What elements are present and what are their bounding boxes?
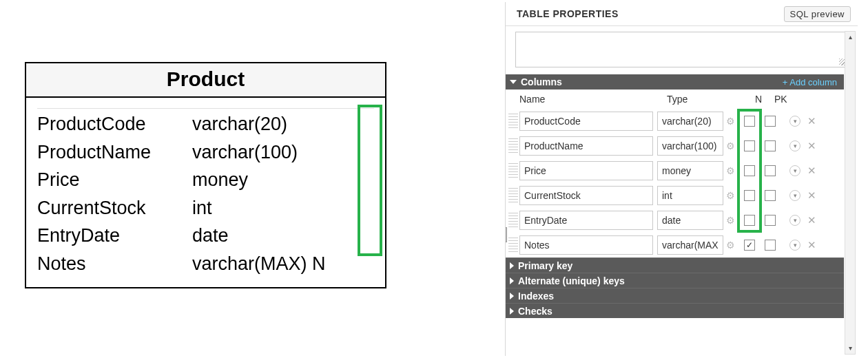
- er-col-name: ProductName: [37, 138, 192, 167]
- er-col-type: money: [192, 166, 374, 194]
- delete-column-icon[interactable]: ✕: [807, 140, 816, 152]
- properties-panel: TABLE PROPERTIES SQL preview Columns + A…: [505, 2, 858, 356]
- pk-checkbox[interactable]: [765, 116, 776, 127]
- sql-preview-button[interactable]: SQL preview: [784, 6, 851, 22]
- chevron-right-icon: [510, 308, 514, 315]
- indexes-section[interactable]: Indexes: [506, 288, 844, 303]
- column-row: ⚙▾✕: [506, 183, 858, 208]
- column-type-input[interactable]: [657, 235, 723, 255]
- column-row: ⚙▾✕: [506, 109, 858, 134]
- gear-icon[interactable]: ⚙: [725, 140, 736, 151]
- er-col-type: varchar(20): [192, 110, 374, 138]
- column-type-input[interactable]: [657, 161, 723, 180]
- er-col-name: ProductCode: [37, 110, 192, 138]
- drag-handle-icon[interactable]: [508, 238, 518, 253]
- er-table-box[interactable]: Product ProductCodevarchar(20) ProductNa…: [25, 62, 386, 288]
- gear-icon[interactable]: ⚙: [725, 165, 736, 176]
- collapsed-sections: Primary key Alternate (unique) keys Inde…: [506, 257, 844, 318]
- nullable-checkbox[interactable]: [744, 240, 755, 251]
- more-options-icon[interactable]: ▾: [789, 190, 800, 201]
- drag-handle-icon[interactable]: [508, 163, 518, 178]
- nullable-checkbox[interactable]: [744, 165, 755, 176]
- column-name-input[interactable]: [519, 136, 653, 156]
- gear-icon[interactable]: ⚙: [725, 215, 736, 226]
- more-options-icon[interactable]: ▾: [789, 215, 800, 226]
- column-name-input[interactable]: [519, 112, 653, 131]
- drag-handle-icon[interactable]: [508, 213, 518, 228]
- er-col-type: varchar(MAX) N: [192, 250, 374, 278]
- header-nullable: N: [755, 94, 774, 105]
- drag-handle-icon[interactable]: [508, 138, 518, 154]
- er-col-name: Price: [37, 166, 192, 194]
- er-partial-row-indicator: [37, 102, 374, 109]
- column-row: ⚙▾✕: [506, 158, 858, 183]
- more-options-icon[interactable]: ▾: [789, 165, 800, 176]
- er-col-name: CurrentStock: [37, 194, 192, 222]
- more-options-icon[interactable]: ▾: [789, 116, 800, 127]
- pk-checkbox[interactable]: [765, 140, 776, 151]
- drag-handle-icon[interactable]: [508, 188, 518, 203]
- header-name: Name: [519, 94, 667, 105]
- er-row: Notesvarchar(MAX) N: [37, 250, 374, 278]
- column-name-input[interactable]: [519, 161, 653, 180]
- more-options-icon[interactable]: ▾: [789, 240, 800, 251]
- more-options-icon[interactable]: ▾: [789, 140, 800, 151]
- section-label: Primary key: [518, 260, 572, 271]
- scroll-down-icon[interactable]: ▾: [845, 343, 855, 354]
- column-type-input[interactable]: [657, 186, 723, 205]
- column-row: ⚙▾✕: [506, 208, 858, 233]
- header-pk: PK: [774, 94, 794, 105]
- columns-grid-header: Name Type N PK: [506, 90, 858, 109]
- chevron-right-icon: [510, 293, 514, 299]
- alternate-keys-section[interactable]: Alternate (unique) keys: [506, 273, 844, 288]
- delete-column-icon[interactable]: ✕: [807, 165, 816, 177]
- gear-icon[interactable]: ⚙: [725, 116, 736, 127]
- checks-section[interactable]: Checks: [506, 303, 844, 318]
- pk-checkbox[interactable]: [765, 165, 776, 176]
- nullable-checkbox[interactable]: [744, 140, 755, 151]
- primary-key-section[interactable]: Primary key: [506, 257, 844, 273]
- er-col-name: EntryDate: [37, 222, 192, 250]
- delete-column-icon[interactable]: ✕: [807, 115, 816, 127]
- column-type-input[interactable]: [657, 211, 723, 230]
- add-column-button[interactable]: + Add column: [783, 77, 837, 87]
- chevron-right-icon: [510, 262, 514, 269]
- drag-handle-icon[interactable]: [508, 114, 518, 129]
- column-row: ⚙▾✕: [506, 233, 858, 257]
- er-row: ProductNamevarchar(100): [37, 138, 374, 167]
- gear-icon[interactable]: ⚙: [725, 190, 736, 201]
- delete-column-icon[interactable]: ✕: [807, 189, 816, 202]
- scroll-up-icon[interactable]: ▴: [845, 32, 855, 43]
- nullable-checkbox[interactable]: [744, 116, 755, 127]
- column-name-input[interactable]: [519, 235, 653, 255]
- er-col-name: Notes: [37, 250, 192, 278]
- column-row: ⚙▾✕: [506, 134, 858, 158]
- section-label: Indexes: [518, 291, 554, 302]
- er-row: CurrentStockint: [37, 194, 374, 222]
- nullable-checkbox[interactable]: [744, 215, 755, 226]
- er-col-type: varchar(100): [192, 138, 374, 167]
- er-col-type: date: [192, 222, 374, 250]
- er-row: Pricemoney: [37, 166, 374, 194]
- pk-checkbox[interactable]: [765, 190, 776, 201]
- pk-checkbox[interactable]: [765, 240, 776, 251]
- columns-section-header[interactable]: Columns + Add column: [506, 74, 844, 90]
- column-type-input[interactable]: [657, 112, 723, 131]
- highlight-nullable-column: [358, 105, 382, 256]
- column-name-input[interactable]: [519, 211, 653, 230]
- chevron-down-icon: [510, 80, 517, 84]
- columns-grid-body: ⚙▾✕⚙▾✕⚙▾✕⚙▾✕⚙▾✕⚙▾✕: [506, 109, 858, 257]
- section-label: Alternate (unique) keys: [518, 275, 625, 286]
- description-textarea[interactable]: [515, 32, 848, 67]
- delete-column-icon[interactable]: ✕: [807, 214, 816, 227]
- er-row: ProductCodevarchar(20): [37, 110, 374, 138]
- pk-checkbox[interactable]: [765, 215, 776, 226]
- vertical-scrollbar[interactable]: ▴ ▾: [845, 31, 856, 355]
- columns-section-label: Columns: [521, 76, 562, 87]
- column-type-input[interactable]: [657, 136, 723, 156]
- delete-column-icon[interactable]: ✕: [807, 239, 816, 251]
- section-label: Checks: [518, 306, 552, 317]
- nullable-checkbox[interactable]: [744, 190, 755, 201]
- column-name-input[interactable]: [519, 186, 653, 205]
- gear-icon[interactable]: ⚙: [725, 240, 736, 251]
